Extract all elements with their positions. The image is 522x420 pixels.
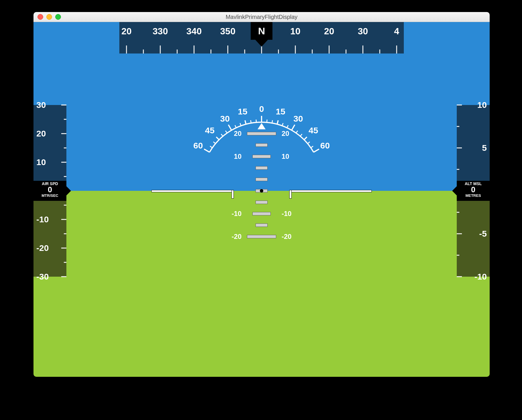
heading-tick-label: 20 [121, 26, 132, 37]
pfd-canvas: 20330340350N1020304 N 60453015015304560 … [33, 22, 490, 377]
svg-line-21 [296, 131, 298, 133]
heading-tick-label: 10 [290, 26, 300, 37]
svg-line-20 [226, 131, 227, 133]
svg-line-22 [300, 134, 302, 136]
svg-line-2 [228, 125, 232, 130]
bank-tick-label: 15 [238, 107, 247, 116]
pitch-label: -10 [232, 210, 242, 218]
pitch-label: 20 [234, 130, 242, 138]
svg-line-15 [282, 123, 283, 126]
airspeed-value: 0 [33, 186, 66, 193]
heading-tick-label: 350 [220, 26, 235, 37]
airspeed-tick-label: -10 [36, 215, 49, 224]
svg-line-10 [240, 123, 241, 126]
airspeed-tick-label: 20 [36, 129, 46, 138]
heading-tick-label: 30 [358, 26, 368, 37]
bank-tick-label: 60 [320, 141, 330, 150]
pitch-label: -10 [282, 210, 292, 218]
pitch-rung [256, 223, 268, 227]
airspeed-tick-label: -30 [36, 272, 49, 282]
titlebar: MavlinkPrimaryFlightDisplay [33, 12, 490, 22]
pitch-label: 10 [234, 152, 242, 161]
pitch-rung [252, 155, 271, 158]
airspeed-tick-label: 30 [36, 100, 46, 110]
airspeed-unit: MTR/SEC [33, 193, 66, 198]
svg-line-11 [251, 120, 251, 123]
heading-tick-label: 330 [153, 26, 168, 37]
heading-pointer: N [251, 22, 272, 48]
pitch-rung [252, 212, 271, 215]
svg-line-19 [221, 134, 223, 136]
pitch-rung [256, 178, 268, 181]
heading-tick-label: 340 [186, 26, 201, 37]
bank-tick-label: 30 [293, 114, 303, 124]
bank-tick-label: 30 [220, 114, 230, 124]
svg-line-0 [204, 149, 209, 152]
pitch-label: -20 [282, 233, 292, 241]
bank-tick-label: 0 [259, 104, 264, 114]
pitch-label: -20 [232, 233, 242, 241]
minimize-icon[interactable] [46, 14, 52, 20]
svg-line-3 [245, 120, 246, 124]
traffic-lights [37, 14, 61, 20]
bank-pointer-icon [258, 123, 266, 129]
svg-line-18 [213, 142, 215, 144]
heading-value: N [258, 25, 265, 37]
altitude-value: 0 [457, 186, 490, 193]
altitude-box: ALT MSL 0 METRES [457, 181, 490, 201]
svg-line-6 [292, 125, 295, 130]
pitch-label: 20 [282, 130, 289, 138]
svg-line-12 [256, 120, 256, 122]
svg-line-23 [308, 142, 310, 144]
bank-tick-label: 45 [309, 126, 318, 135]
svg-line-9 [235, 125, 236, 128]
bank-tick-label: 15 [276, 107, 285, 116]
app-window: MavlinkPrimaryFlightDisplay 20330340350N… [33, 12, 490, 377]
svg-line-1 [216, 137, 219, 140]
altitude-tick-label: 10 [477, 100, 487, 110]
heading-tape: 20330340350N1020304 N [119, 22, 404, 54]
window-title: MavlinkPrimaryFlightDisplay [33, 14, 490, 20]
svg-line-8 [314, 149, 319, 152]
svg-line-5 [277, 120, 278, 124]
altitude-tick-label: -5 [479, 229, 487, 239]
altitude-tick-label: -10 [474, 272, 487, 282]
altitude-unit: METRES [457, 193, 490, 198]
pitch-rung [247, 132, 276, 135]
pitch-rung [256, 201, 268, 204]
airspeed-tape: 302010-10-20-30 AIR SPD 0 MTR/SEC [33, 105, 66, 277]
svg-line-13 [267, 120, 267, 122]
zoom-icon[interactable] [55, 14, 61, 20]
svg-line-24 [311, 146, 313, 148]
heading-tick-label: 20 [324, 26, 334, 37]
heading-tick-label: 4 [394, 26, 399, 37]
altitude-tick-label: 5 [482, 143, 487, 153]
pitch-rung [256, 166, 268, 170]
pitch-rung [247, 235, 276, 238]
bank-tick-label: 60 [193, 141, 203, 150]
altitude-tape: 105-5-10 ALT MSL 0 METRES [457, 105, 490, 277]
airspeed-tick-label: -20 [36, 243, 49, 253]
svg-line-16 [287, 125, 288, 128]
pitch-label: 10 [282, 152, 289, 161]
svg-line-14 [272, 120, 272, 123]
bank-tick-label: 45 [205, 126, 214, 135]
svg-line-7 [304, 137, 307, 140]
close-icon[interactable] [37, 14, 43, 20]
svg-line-17 [210, 146, 212, 148]
pitch-rung [256, 143, 268, 147]
airspeed-tick-label: 10 [36, 157, 46, 167]
airspeed-box: AIR SPD 0 MTR/SEC [33, 181, 66, 201]
